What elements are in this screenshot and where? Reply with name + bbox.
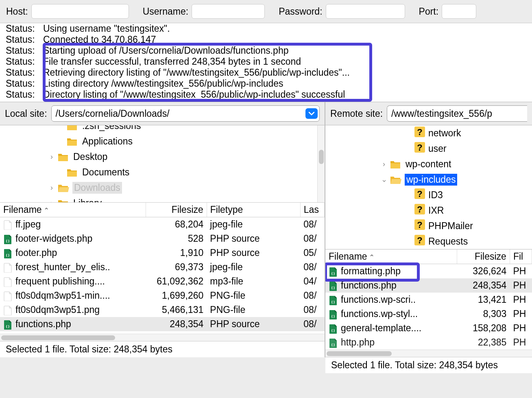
log-message: Using username "testingsitex". — [41, 23, 532, 34]
tree-item[interactable]: network — [325, 125, 532, 141]
tree-item-label: Desktop — [72, 151, 108, 163]
expand-icon[interactable]: › — [48, 153, 55, 161]
file-name: functions.wp-scri.. — [338, 293, 457, 307]
php-file-icon — [3, 249, 12, 258]
file-row[interactable]: functions.php248,354PHP source08/ — [0, 317, 325, 331]
file-type: PH — [510, 335, 532, 350]
file-row[interactable]: footer-widgets.php528PHP source08/ — [0, 232, 325, 246]
tree-item[interactable]: Applications — [0, 133, 325, 149]
remote-site-combo[interactable] — [387, 105, 527, 122]
tree-item[interactable]: PHPMailer — [325, 218, 532, 234]
file-row[interactable]: footer.php1,910PHP source05/ — [0, 246, 325, 260]
file-row[interactable]: frequent publishing....61,092,362mp3-fil… — [0, 274, 325, 289]
tree-item[interactable]: Documents — [0, 164, 325, 180]
expand-icon[interactable]: ⌄ — [380, 175, 388, 184]
expand-icon[interactable]: › — [48, 184, 55, 192]
file-size: 1,699,260 — [146, 289, 207, 303]
file-row[interactable]: functions.wp-scri..13,421PH — [325, 293, 532, 307]
expand-icon[interactable]: › — [380, 160, 388, 168]
file-row[interactable]: general-template....158,208PH — [325, 321, 532, 335]
file-size: 61,092,362 — [146, 274, 207, 289]
tree-item[interactable]: ID3 — [325, 187, 532, 203]
file-row[interactable]: functions.php248,354PH — [325, 278, 532, 293]
remote-site-label: Remote site: — [330, 108, 383, 119]
folder-icon — [58, 152, 70, 162]
scrollbar-horizontal[interactable] — [0, 334, 325, 341]
col-filetype[interactable]: Fil — [510, 249, 532, 264]
local-site-label: Local site: — [5, 108, 47, 119]
file-type: PH — [510, 278, 532, 293]
local-filelist[interactable]: Filename⌃ Filesize Filetype Las ff.jpeg6… — [0, 203, 325, 334]
unknown-folder-icon — [414, 188, 425, 201]
log-area[interactable]: Status:Using username "testingsitex".Sta… — [0, 23, 532, 102]
host-input[interactable] — [31, 4, 129, 19]
file-row[interactable]: ft0s0dqm3wp51-min....1,699,260PNG-file08… — [0, 289, 325, 303]
col-filesize[interactable]: Filesize — [457, 249, 510, 264]
log-label: Status: — [0, 89, 41, 100]
local-tree-pane[interactable]: .zsn_sessionsApplications›DesktopDocumen… — [0, 125, 325, 203]
file-name: functions.php — [338, 278, 457, 293]
file-last: 08/ — [300, 303, 324, 317]
username-input[interactable] — [192, 4, 265, 19]
file-type: PH — [510, 293, 532, 307]
file-name: formatting.php — [338, 264, 457, 279]
tree-item[interactable]: ›Library — [0, 195, 325, 203]
connection-bar: Host: Username: Password: Port: — [0, 0, 532, 23]
port-label: Port: — [419, 6, 439, 17]
file-size: 326,624 — [457, 264, 510, 279]
log-message: Starting upload of /Users/cornelia/Downl… — [41, 45, 532, 56]
file-type: PH — [510, 321, 532, 335]
local-site-combo[interactable] — [51, 105, 320, 122]
tree-item-label: network — [427, 127, 462, 139]
tree-item[interactable]: ›wp-content — [325, 156, 532, 172]
col-lastmod[interactable]: Las — [300, 203, 324, 217]
file-name: footer-widgets.php — [12, 232, 146, 246]
local-site-input[interactable] — [52, 107, 305, 121]
log-label: Status: — [0, 45, 41, 56]
file-icon — [3, 306, 12, 315]
tree-item[interactable]: ›Downloads — [0, 180, 325, 195]
file-row[interactable]: functions.wp-styl...8,303PH — [325, 307, 532, 321]
col-filename[interactable]: Filename⌃ — [0, 203, 146, 217]
log-row: Status:Retrieving directory listing of "… — [0, 67, 532, 78]
tree-item-label: Applications — [81, 136, 133, 147]
col-filesize[interactable]: Filesize — [146, 203, 207, 217]
tree-item[interactable]: IXR — [325, 203, 532, 218]
file-last: 05/ — [300, 246, 324, 260]
file-row[interactable]: ff.jpeg68,204jpeg-file08/ — [0, 217, 325, 232]
unknown-folder-icon — [414, 235, 425, 248]
file-row[interactable]: ft0s0dqm3wp51.png5,466,131PNG-file08/ — [0, 303, 325, 317]
scrollbar-horizontal[interactable] — [325, 350, 532, 357]
scrollbar-vertical[interactable] — [317, 125, 325, 203]
folder-icon — [390, 159, 402, 169]
file-row[interactable]: http.php22,385PH — [325, 335, 532, 350]
folder-icon — [58, 183, 70, 192]
col-filename[interactable]: Filename⌃ — [325, 249, 457, 264]
file-row[interactable]: forest_hunter_by_elis..69,373jpeg-file08… — [0, 260, 325, 274]
log-row: Status:Using username "testingsitex". — [0, 23, 532, 34]
col-filetype[interactable]: Filetype — [207, 203, 300, 217]
tree-item[interactable]: ⌄wp-includes — [325, 172, 532, 187]
tree-item[interactable]: .zsn_sessions — [0, 125, 325, 133]
local-site-dropdown-icon[interactable] — [305, 108, 318, 119]
port-input[interactable] — [442, 4, 476, 19]
log-message: File transfer successful, transferred 24… — [41, 56, 532, 67]
remote-filelist[interactable]: Filename⌃ Filesize Fil formatting.php326… — [325, 249, 532, 350]
sort-asc-icon: ⌃ — [44, 207, 49, 214]
file-icon — [3, 220, 12, 230]
file-size: 69,373 — [146, 260, 207, 274]
unknown-folder-icon — [414, 204, 425, 217]
log-message: Directory listing of "/www/testingsitex_… — [41, 89, 532, 100]
remote-site-input[interactable] — [387, 107, 527, 121]
unknown-folder-icon — [414, 127, 425, 140]
remote-tree-pane[interactable]: networkuser›wp-content⌄wp-includesID3IXR… — [325, 125, 532, 249]
folder-icon — [67, 167, 79, 177]
tree-item[interactable]: Requests — [325, 234, 532, 249]
tree-item[interactable]: ›Desktop — [0, 149, 325, 164]
expand-icon[interactable]: › — [48, 199, 55, 203]
password-input[interactable] — [326, 4, 405, 19]
file-last: 08/ — [300, 260, 324, 274]
log-row: Status:Starting upload of /Users/corneli… — [0, 45, 532, 56]
file-row[interactable]: formatting.php326,624PH — [325, 264, 532, 279]
tree-item[interactable]: user — [325, 141, 532, 156]
